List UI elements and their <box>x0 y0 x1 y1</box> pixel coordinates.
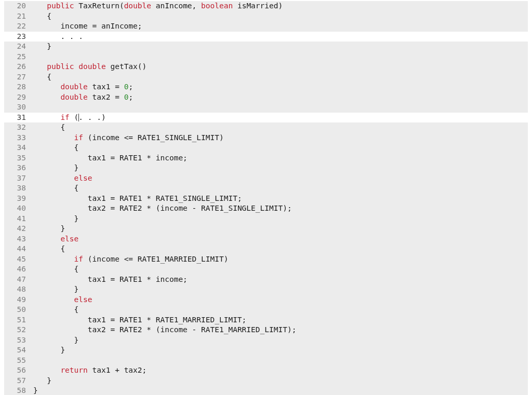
token-punct: { <box>74 305 79 314</box>
code-content[interactable]: } <box>33 335 528 346</box>
token-punct: } <box>74 214 79 223</box>
code-line[interactable]: 33 if (income <= RATE1_SINGLE_LIMIT) <box>4 133 528 143</box>
code-content[interactable]: . . . <box>33 32 528 42</box>
code-content[interactable]: { <box>33 143 528 153</box>
code-content[interactable]: } <box>33 224 528 234</box>
token-punct: { <box>74 184 79 192</box>
token-ident: anIncome <box>151 2 192 10</box>
code-line[interactable]: 43 else <box>4 234 528 244</box>
token-operator: = <box>110 275 115 283</box>
code-line[interactable]: 25 <box>4 52 528 62</box>
code-line[interactable]: 28 double tax1 = 0; <box>4 82 528 92</box>
token-type: double <box>78 62 105 71</box>
code-line[interactable]: 54 } <box>4 345 528 356</box>
line-number: 29 <box>4 92 33 103</box>
code-line[interactable]: 38 { <box>4 183 528 194</box>
code-content[interactable]: { <box>33 305 528 315</box>
code-content[interactable]: income = anIncome; <box>33 21 528 32</box>
code-line[interactable]: 41 } <box>4 214 528 224</box>
token-ident: RATE1 <box>115 194 147 202</box>
code-line[interactable]: 30 <box>4 102 528 113</box>
code-line[interactable]: 45 if (income <= RATE1_MARRIED_LIMIT) <box>4 254 528 265</box>
code-line[interactable]: 44 { <box>4 244 528 254</box>
code-content[interactable]: tax1 = RATE1 * income; <box>33 275 528 285</box>
code-line[interactable]: 48 } <box>4 284 528 295</box>
code-line[interactable]: 35 tax1 = RATE1 * income; <box>4 153 528 164</box>
code-content[interactable]: } <box>33 284 528 295</box>
code-line[interactable]: 47 tax1 = RATE1 * income; <box>4 275 528 285</box>
code-content[interactable]: { <box>33 122 528 133</box>
code-line[interactable]: 57 } <box>4 376 528 386</box>
code-line[interactable]: 39 tax1 = RATE1 * RATE1_SINGLE_LIMIT; <box>4 194 528 204</box>
code-content[interactable]: tax2 = RATE2 * (income - RATE1_MARRIED_L… <box>33 325 528 335</box>
code-line[interactable]: 58} <box>4 386 528 395</box>
code-content[interactable]: else <box>33 234 528 244</box>
token-ident: tax2 <box>88 93 115 101</box>
code-content[interactable]: } <box>33 163 528 173</box>
code-line[interactable]: 51 tax1 = RATE1 * RATE1_MARRIED_LIMIT; <box>4 315 528 325</box>
code-content[interactable]: if (income <= RATE1_SINGLE_LIMIT) <box>33 133 528 143</box>
code-line[interactable]: 55 <box>4 356 528 366</box>
code-line[interactable]: 24 } <box>4 42 528 52</box>
code-content[interactable]: else <box>33 173 528 184</box>
code-content[interactable]: } <box>33 345 528 356</box>
code-line[interactable]: 29 double tax2 = 0; <box>4 92 528 103</box>
code-line[interactable]: 21 { <box>4 11 528 22</box>
code-line[interactable]: 46 { <box>4 264 528 275</box>
line-number: 43 <box>4 234 33 244</box>
code-content[interactable]: tax2 = RATE2 * (income - RATE1_SINGLE_LI… <box>33 203 528 214</box>
code-line[interactable]: 34 { <box>4 143 528 153</box>
code-line[interactable]: 20 public TaxReturn(double anIncome, boo… <box>4 1 528 11</box>
code-line[interactable]: 36 } <box>4 163 528 173</box>
code-content[interactable]: { <box>33 183 528 194</box>
code-content[interactable]: { <box>33 244 528 254</box>
code-line[interactable]: 42 } <box>4 224 528 234</box>
code-content[interactable]: tax1 = RATE1 * income; <box>33 153 528 164</box>
code-line[interactable]: 27 { <box>4 72 528 83</box>
code-content[interactable]: } <box>33 376 528 386</box>
code-content[interactable]: else <box>33 295 528 305</box>
line-number: 44 <box>4 244 33 254</box>
code-content[interactable]: if (income <= RATE1_MARRIED_LIMIT) <box>33 254 528 265</box>
code-line[interactable]: 52 tax2 = RATE2 * (income - RATE1_MARRIE… <box>4 325 528 335</box>
code-line[interactable]: 26 public double getTax() <box>4 62 528 72</box>
token-keyword: public <box>47 2 74 10</box>
code-content[interactable]: tax1 = RATE1 * RATE1_MARRIED_LIMIT; <box>33 315 528 325</box>
code-content[interactable]: } <box>33 214 528 224</box>
code-content[interactable]: tax1 = RATE1 * RATE1_SINGLE_LIMIT; <box>33 194 528 204</box>
code-content[interactable]: double tax1 = 0; <box>33 82 528 92</box>
code-content[interactable]: public TaxReturn(double anIncome, boolea… <box>33 1 528 11</box>
token-type: double <box>60 93 87 101</box>
code-content[interactable]: if (. . .) <box>33 113 528 123</box>
code-content[interactable]: { <box>33 264 528 275</box>
code-line[interactable]: 37 else <box>4 173 528 184</box>
code-line[interactable]: 56 return tax1 + tax2; <box>4 365 528 376</box>
code-content[interactable]: { <box>33 11 528 22</box>
code-line[interactable]: 32 { <box>4 122 528 133</box>
code-content[interactable]: return tax1 + tax2; <box>33 365 528 376</box>
line-number: 50 <box>4 305 33 315</box>
token-ident: RATE1_SINGLE_LIMIT <box>133 133 219 142</box>
code-line[interactable]: 22 income = anIncome; <box>4 21 528 32</box>
token-keyword: else <box>60 235 78 243</box>
code-editor[interactable]: 20 public TaxReturn(double anIncome, boo… <box>4 1 528 395</box>
token-ident <box>83 133 88 142</box>
token-punct: { <box>47 12 51 20</box>
token-ident: tax1 <box>88 316 111 324</box>
line-number: 45 <box>4 254 33 265</box>
code-content[interactable]: } <box>33 386 528 395</box>
token-keyword: public <box>47 62 74 71</box>
code-content[interactable]: double tax2 = 0; <box>33 92 528 103</box>
code-content[interactable]: public double getTax() <box>33 62 528 72</box>
line-number: 57 <box>4 376 33 386</box>
code-line[interactable]: 49 else <box>4 295 528 305</box>
token-ident <box>119 83 124 91</box>
code-line[interactable]: 40 tax2 = RATE2 * (income - RATE1_SINGLE… <box>4 203 528 214</box>
code-line[interactable]: 53 } <box>4 335 528 346</box>
code-content[interactable]: } <box>33 42 528 52</box>
code-line[interactable]: 31 if (. . .) <box>4 113 528 123</box>
code-content[interactable]: { <box>33 72 528 83</box>
token-punct: } <box>47 42 51 50</box>
code-line[interactable]: 23 . . . <box>4 32 528 42</box>
code-line[interactable]: 50 { <box>4 305 528 315</box>
